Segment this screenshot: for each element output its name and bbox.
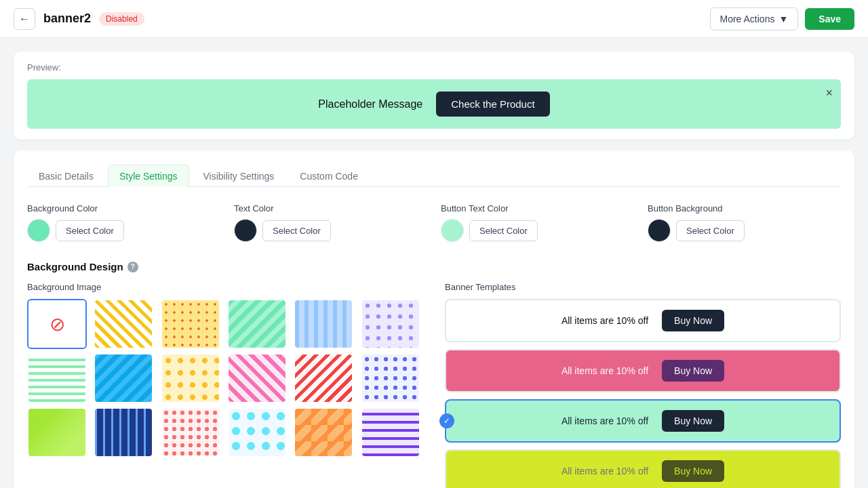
image-thumb-12[interactable] xyxy=(27,407,87,458)
background-image-label: Background Image xyxy=(27,282,423,292)
button-bg-color-button[interactable]: Select Color xyxy=(676,220,745,241)
save-button[interactable]: Save xyxy=(805,8,854,30)
template-3-button[interactable]: Buy Now xyxy=(662,410,724,432)
template-item-1[interactable]: All items are 10% off Buy Now xyxy=(445,299,841,342)
header-left: ← banner2 Disabled xyxy=(14,8,144,30)
template-4-text: All items are 10% off xyxy=(561,466,648,476)
settings-card: Basic Details Style Settings Visibility … xyxy=(14,150,854,488)
image-thumb-13[interactable] xyxy=(94,407,153,458)
banner-title: banner2 xyxy=(43,12,91,26)
image-thumb-1[interactable] xyxy=(94,299,153,349)
background-color-button[interactable]: Select Color xyxy=(56,220,124,241)
background-image-section: Background Image ⊘ xyxy=(27,282,423,488)
background-color-field: Background Color Select Color xyxy=(27,203,220,242)
image-thumb-7[interactable] xyxy=(94,353,153,403)
template-1-button[interactable]: Buy Now xyxy=(662,310,724,331)
background-design-section: Background Design ? Background Image ⊘ xyxy=(27,261,841,488)
color-settings-grid: Background Color Select Color Text Color… xyxy=(27,203,841,242)
no-image-thumb[interactable]: ⊘ xyxy=(27,299,87,349)
status-badge: Disabled xyxy=(99,12,144,26)
banner-templates-label: Banner Templates xyxy=(445,282,841,292)
template-2-text: All items are 10% off xyxy=(561,365,648,376)
image-thumb-11[interactable] xyxy=(361,353,420,403)
template-list: All items are 10% off Buy Now All items … xyxy=(445,299,841,488)
text-color-swatch xyxy=(234,219,257,242)
template-4-button[interactable]: Buy Now xyxy=(662,460,724,482)
more-actions-label: More Actions xyxy=(720,14,775,24)
button-bg-color-field: Button Background Select Color xyxy=(648,203,841,242)
chevron-down-icon: ▼ xyxy=(778,14,788,24)
background-image-grid: ⊘ xyxy=(27,299,423,458)
back-button[interactable]: ← xyxy=(14,8,35,30)
image-thumb-3[interactable] xyxy=(227,299,287,349)
banner-templates-section: Banner Templates All items are 10% off B… xyxy=(445,282,841,488)
template-1-text: All items are 10% off xyxy=(561,315,648,326)
text-color-field: Text Color Select Color xyxy=(234,203,427,242)
tab-visibility-settings[interactable]: Visibility Settings xyxy=(192,165,286,187)
design-two-col: Background Image ⊘ xyxy=(27,282,841,488)
template-3-text: All items are 10% off xyxy=(561,415,648,426)
button-text-color-button[interactable]: Select Color xyxy=(469,220,538,241)
image-thumb-14[interactable] xyxy=(161,407,220,458)
preview-close-button[interactable]: × xyxy=(825,86,833,100)
text-color-button[interactable]: Select Color xyxy=(262,220,331,241)
image-thumb-2[interactable] xyxy=(161,299,220,349)
template-item-2[interactable]: All items are 10% off Buy Now xyxy=(445,349,841,392)
button-bg-color-label: Button Background xyxy=(648,203,841,214)
header-right: More Actions ▼ Save xyxy=(710,7,855,30)
selected-check-icon: ✓ xyxy=(439,413,454,428)
template-2-button[interactable]: Buy Now xyxy=(662,360,724,382)
tab-style-settings[interactable]: Style Settings xyxy=(108,165,189,187)
preview-banner: Placeholder Message Check the Product × xyxy=(27,79,841,129)
text-color-label: Text Color xyxy=(234,203,427,214)
image-thumb-5[interactable] xyxy=(361,299,420,349)
image-thumb-4[interactable] xyxy=(294,299,353,349)
template-item-4[interactable]: All items are 10% off Buy Now xyxy=(445,449,841,488)
no-image-icon: ⊘ xyxy=(50,313,65,336)
preview-label: Preview: xyxy=(27,62,841,73)
image-thumb-9[interactable] xyxy=(227,353,287,403)
header: ← banner2 Disabled More Actions ▼ Save xyxy=(0,0,868,38)
background-design-title: Background Design ? xyxy=(27,261,841,272)
tab-bar: Basic Details Style Settings Visibility … xyxy=(27,164,841,187)
button-text-color-label: Button Text Color xyxy=(441,203,634,214)
button-text-color-swatch xyxy=(441,219,464,242)
more-actions-button[interactable]: More Actions ▼ xyxy=(710,7,799,30)
image-thumb-6[interactable] xyxy=(27,353,87,403)
preview-cta-button[interactable]: Check the Product xyxy=(436,92,549,117)
image-thumb-10[interactable] xyxy=(294,353,353,403)
image-thumb-15[interactable] xyxy=(227,407,287,458)
preview-card: Preview: Placeholder Message Check the P… xyxy=(14,52,854,140)
tab-basic-details[interactable]: Basic Details xyxy=(27,165,105,187)
image-thumb-8[interactable] xyxy=(161,353,220,403)
template-item-3[interactable]: ✓ All items are 10% off Buy Now xyxy=(445,399,841,443)
background-color-label: Background Color xyxy=(27,203,220,214)
button-bg-color-swatch xyxy=(648,219,671,242)
help-icon[interactable]: ? xyxy=(127,262,138,272)
main-content: Preview: Placeholder Message Check the P… xyxy=(0,38,868,488)
background-color-swatch xyxy=(27,219,50,242)
image-thumb-17[interactable] xyxy=(361,407,420,458)
preview-message: Placeholder Message xyxy=(318,98,422,110)
button-text-color-field: Button Text Color Select Color xyxy=(441,203,634,242)
tab-custom-code[interactable]: Custom Code xyxy=(288,165,370,187)
image-thumb-16[interactable] xyxy=(294,407,353,458)
